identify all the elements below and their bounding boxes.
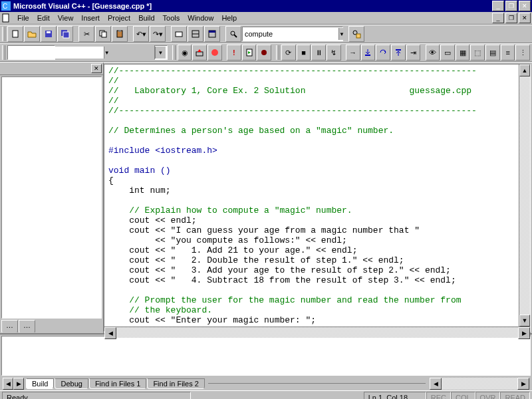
toolbar-grip[interactable]: [2, 27, 5, 41]
scroll-right-icon[interactable]: ▶: [518, 327, 530, 339]
new-file-button[interactable]: [7, 26, 23, 42]
chevron-down-icon[interactable]: ▼: [104, 47, 110, 59]
mdi-minimize-button[interactable]: _: [492, 13, 504, 23]
menu-tools[interactable]: Tools: [159, 13, 184, 23]
undo-button[interactable]: ↶▾: [133, 26, 149, 42]
code-editor: //--------------------------------------…: [104, 64, 531, 332]
chevron-down-icon[interactable]: ▼: [155, 47, 166, 59]
tab-scroll-left[interactable]: ◀: [3, 378, 13, 390]
menu-edit[interactable]: Edit: [33, 13, 54, 23]
save-button[interactable]: [41, 26, 57, 42]
compile-button[interactable]: ◉: [178, 45, 192, 61]
svg-rect-12: [176, 32, 182, 37]
quickwatch-button[interactable]: 👁: [426, 45, 440, 61]
workspace-tab-1[interactable]: …: [19, 320, 35, 333]
menu-file[interactable]: File: [13, 13, 33, 23]
output-text[interactable]: [1, 336, 531, 376]
editor-hscroll[interactable]: ◀ ▶: [104, 327, 530, 338]
svg-rect-16: [209, 31, 215, 33]
toolbar-grip-2[interactable]: [2, 45, 5, 60]
find-input[interactable]: [243, 28, 338, 40]
execute-button[interactable]: !: [227, 45, 241, 61]
paste-button[interactable]: [112, 26, 128, 42]
mdi-restore-button[interactable]: ❐: [505, 13, 517, 23]
svg-rect-5: [47, 31, 51, 33]
menu-insert[interactable]: Insert: [77, 13, 104, 23]
workspace-button[interactable]: [171, 26, 187, 42]
config-input[interactable]: [8, 47, 104, 59]
copy-button[interactable]: [95, 26, 111, 42]
mdi-close-button[interactable]: ✕: [519, 13, 531, 23]
step-into-button[interactable]: [361, 45, 376, 61]
breakpoint-button[interactable]: [257, 45, 271, 61]
tab-scroll-right[interactable]: ▶: [13, 378, 24, 390]
open-file-button[interactable]: [24, 26, 40, 42]
build-button[interactable]: [192, 45, 207, 61]
restart-button[interactable]: ⟳: [281, 45, 296, 61]
scroll-left-icon[interactable]: ◀: [430, 378, 442, 390]
workspace-tab-0[interactable]: …: [1, 320, 18, 333]
toolbar-grip-3[interactable]: [172, 45, 176, 60]
doc-icon: [1, 13, 11, 23]
menu-project[interactable]: Project: [104, 13, 134, 23]
build-toolbar: ▼ ▼ ◉ ! ⟳ ■ ⏸ ↯ → ⇥ 👁 ▭ ▦ ⬚ ▤ ≡ ⋮: [0, 43, 532, 62]
toolbar-grip-4[interactable]: [276, 45, 279, 60]
title-bar: C Microsoft Visual C++ - [Guessage.cpp *…: [0, 0, 532, 12]
window-list-button[interactable]: [204, 26, 220, 42]
watch-button[interactable]: ▭: [440, 45, 455, 61]
go-button[interactable]: [242, 45, 257, 61]
menu-view[interactable]: View: [54, 13, 78, 23]
editor-vscroll[interactable]: ▲ ▼: [519, 65, 530, 327]
show-next-button[interactable]: →: [346, 45, 360, 61]
save-all-button[interactable]: [57, 26, 73, 42]
find-combo[interactable]: ▼: [242, 27, 343, 41]
output-button[interactable]: [188, 26, 203, 42]
app-icon: C: [1, 1, 11, 11]
registers-button[interactable]: ⬚: [470, 45, 485, 61]
stop-build-button[interactable]: [207, 45, 222, 61]
svg-rect-9: [102, 32, 106, 37]
output-tab-build[interactable]: Build: [26, 378, 54, 389]
config-combo[interactable]: ▼: [7, 45, 55, 60]
stop-debug-button[interactable]: ■: [297, 45, 311, 61]
svg-text:C: C: [3, 3, 7, 10]
find-in-files-button[interactable]: [348, 26, 364, 42]
cut-button[interactable]: ✂: [78, 26, 94, 42]
menu-build[interactable]: Build: [134, 13, 158, 23]
status-rec: REC: [426, 392, 451, 400]
redo-button[interactable]: ↷▾: [150, 26, 166, 42]
scroll-up-icon[interactable]: ▲: [519, 65, 530, 76]
close-button[interactable]: ✕: [519, 1, 531, 11]
workspace-panel: ✕ ……: [0, 63, 104, 333]
step-out-button[interactable]: [391, 45, 406, 61]
members-combo[interactable]: ▼: [154, 45, 168, 60]
status-col: COL: [451, 392, 475, 400]
output-tab-find-in-files-1[interactable]: Find in Files 1: [89, 378, 146, 389]
scroll-left-icon[interactable]: ◀: [104, 327, 116, 339]
find-button[interactable]: [225, 26, 241, 42]
workspace-tree[interactable]: [1, 76, 102, 319]
svg-rect-25: [365, 55, 370, 56]
disassembly-button[interactable]: ⋮: [515, 45, 530, 61]
maximize-button[interactable]: ❐: [505, 1, 517, 11]
status-ready: Ready: [2, 392, 191, 400]
chevron-down-icon[interactable]: ▼: [338, 28, 344, 40]
memory-button[interactable]: ▤: [485, 45, 500, 61]
output-hscroll[interactable]: ◀ ▶: [430, 378, 529, 390]
menu-window[interactable]: Window: [184, 13, 217, 23]
apply-changes-button[interactable]: ↯: [327, 45, 341, 61]
variables-button[interactable]: ▦: [456, 45, 470, 61]
menu-help[interactable]: Help: [217, 13, 241, 23]
step-over-button[interactable]: [376, 45, 390, 61]
scroll-down-icon[interactable]: ▼: [519, 315, 530, 327]
output-tab-debug[interactable]: Debug: [55, 378, 88, 389]
output-tab-find-in-files-2[interactable]: Find in Files 2: [147, 378, 204, 389]
scroll-right-icon[interactable]: ▶: [517, 378, 529, 390]
minimize-button[interactable]: _: [492, 1, 504, 11]
svg-rect-2: [3, 14, 9, 22]
run-to-cursor-button[interactable]: ⇥: [406, 45, 421, 61]
panel-close-button[interactable]: ✕: [91, 64, 102, 73]
callstack-button[interactable]: ≡: [501, 45, 515, 61]
code-area[interactable]: //--------------------------------------…: [104, 65, 519, 327]
break-button[interactable]: ⏸: [311, 45, 326, 61]
